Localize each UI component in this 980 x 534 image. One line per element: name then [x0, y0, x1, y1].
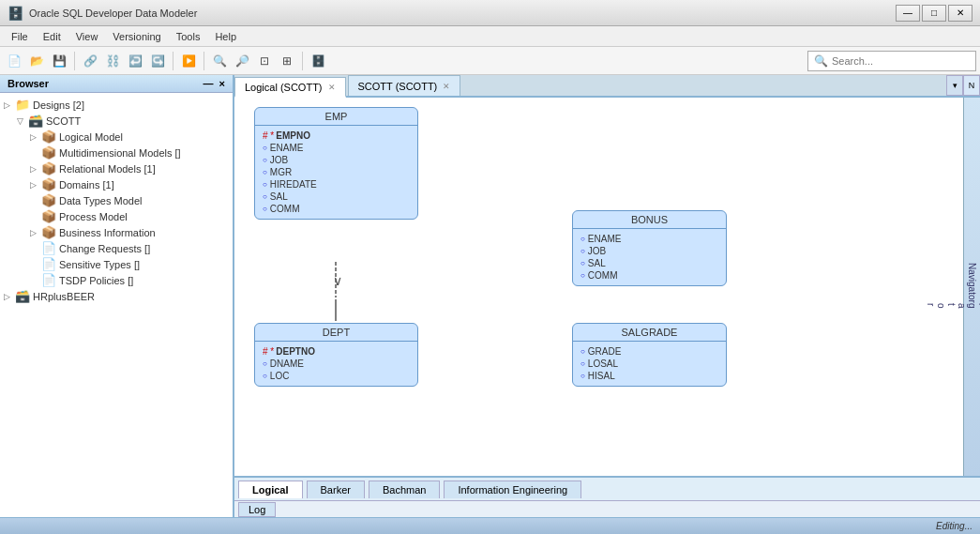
zoom-in-button[interactable]: 🔍: [209, 51, 230, 71]
separator-4: [302, 52, 303, 70]
tab-scroll-down[interactable]: ▾: [946, 75, 963, 96]
tree-toggle-logical-model[interactable]: ▷: [30, 132, 41, 142]
db-button[interactable]: 🗄️: [308, 51, 328, 71]
bottom-tab-bachman[interactable]: Bachman: [369, 481, 440, 498]
tree-item-domains[interactable]: ▷📦Domains [1]: [0, 176, 233, 192]
search-icon: 🔍: [814, 54, 828, 68]
menu-tools[interactable]: Tools: [169, 29, 208, 44]
bonus-ename-field: ○ ENAME: [580, 233, 718, 245]
bottom-tab-barker[interactable]: Barker: [307, 481, 365, 498]
emp-ename-field: ○ ENAME: [263, 142, 410, 154]
new-button[interactable]: 📄: [4, 51, 24, 71]
menu-versioning[interactable]: Versioning: [105, 29, 168, 44]
fit-button[interactable]: ⊡: [254, 51, 275, 71]
tab-scroll-controls: ▾ N: [946, 75, 980, 96]
menu-file[interactable]: File: [4, 29, 36, 44]
separator-3: [204, 52, 204, 70]
bonus-job-field: ○ JOB: [580, 245, 718, 257]
tree-item-process[interactable]: 📦Process Model: [0, 208, 233, 224]
emp-empno-field: # * EMPNO: [263, 130, 410, 142]
field-name: JOB: [588, 246, 606, 256]
tree-toggle-business-info[interactable]: ▷: [30, 228, 41, 237]
diagram-area[interactable]: EMP # * EMPNO ○ ENAME ○ JOB: [234, 98, 980, 476]
menu-view[interactable]: View: [68, 29, 106, 44]
bonus-entity-box[interactable]: BONUS ○ ENAME ○ JOB ○ SAL: [572, 210, 727, 286]
toolbar-btn-1[interactable]: 🔗: [80, 51, 100, 71]
toolbar-btn-2[interactable]: ⛓️: [102, 51, 123, 71]
tree-item-datatypes[interactable]: 📦Data Types Model: [0, 192, 233, 208]
field-dot: ○: [580, 347, 585, 356]
emp-entity-box[interactable]: EMP # * EMPNO ○ ENAME ○ JOB: [254, 107, 418, 220]
salgrade-entity-box[interactable]: SALGRADE ○ GRADE ○ LOSAL ○ HISAL: [572, 323, 727, 387]
svg-text:∨: ∨: [333, 273, 342, 288]
field-name: HIREDATE: [270, 179, 317, 190]
layout-button[interactable]: ⊞: [277, 51, 297, 71]
menu-help[interactable]: Help: [207, 29, 244, 44]
emp-fields: # * EMPNO ○ ENAME ○ JOB ○: [255, 126, 417, 219]
tree-toggle-relational[interactable]: ▷: [30, 164, 41, 174]
field-name: DNAME: [270, 359, 304, 369]
open-button[interactable]: 📂: [26, 51, 47, 71]
navigator-toggle[interactable]: N: [963, 75, 980, 96]
tree-label-process: Process Model: [59, 211, 128, 222]
pk-icon: # *: [263, 130, 274, 141]
main-area: Browser — × ▷📁Designs [2]▽🗃️SCOTT▷📦Logic…: [0, 75, 980, 517]
tab-scott-close[interactable]: ✕: [443, 82, 450, 91]
tree-toggle-domains[interactable]: ▷: [30, 180, 41, 190]
salgrade-title: SALGRADE: [573, 324, 726, 342]
tree-item-change-req[interactable]: 📄Change Requests []: [0, 240, 233, 256]
tab-logical-label: Logical (SCOTT): [245, 82, 323, 93]
dept-entity-box[interactable]: DEPT # * DEPTNO ○ DNAME ○ LOC: [254, 323, 418, 387]
tree-label-domains: Domains [1]: [59, 179, 114, 191]
toolbar-btn-4[interactable]: ↪️: [147, 51, 168, 71]
tree-item-business-info[interactable]: ▷📦Business Information: [0, 224, 233, 240]
tree-item-hrplusbeer[interactable]: ▷🗃️HRplusBEER: [0, 288, 233, 304]
navigator-panel[interactable]: Navigator Navigator: [963, 98, 980, 476]
minimize-button[interactable]: —: [896, 5, 920, 22]
field-name: HISAL: [588, 371, 615, 381]
tab-scott[interactable]: SCOTT (SCOTT) ✕: [348, 75, 461, 96]
maximize-button[interactable]: □: [922, 5, 946, 22]
tree-icon-logical-model: 📦: [41, 130, 56, 144]
bottom-tab-logical[interactable]: Logical: [238, 481, 303, 498]
tree-item-tsdp[interactable]: 📄TSDP Policies []: [0, 272, 233, 288]
toolbar-btn-3[interactable]: ↩️: [125, 51, 145, 71]
field-name: ENAME: [588, 234, 622, 244]
search-container: 🔍: [807, 51, 976, 71]
zoom-out-button[interactable]: 🔎: [232, 51, 252, 71]
menu-bar: File Edit View Versioning Tools Help: [0, 26, 980, 47]
tree-item-logical-model[interactable]: ▷📦Logical Model: [0, 129, 233, 145]
field-name: MGR: [270, 167, 292, 177]
bottom-tab-infoeng[interactable]: Information Engineering: [444, 481, 581, 498]
log-tab[interactable]: Log: [238, 502, 276, 517]
tree-item-scott[interactable]: ▽🗃️SCOTT: [0, 113, 233, 129]
window-controls: — □ ✕: [896, 5, 972, 22]
tree-toggle-scott[interactable]: ▽: [17, 116, 28, 126]
tree-item-relational[interactable]: ▷📦Relational Models [1]: [0, 160, 233, 176]
close-button[interactable]: ✕: [948, 5, 972, 22]
search-input[interactable]: [832, 55, 970, 67]
separator-1: [74, 52, 75, 70]
tab-logical-close[interactable]: ✕: [328, 83, 336, 92]
tree-item-designs[interactable]: ▷📁Designs [2]: [0, 97, 233, 113]
browser-title: Browser: [8, 78, 49, 89]
navigator-label: Navigator: [967, 263, 977, 303]
field-name: DEPTNO: [276, 346, 315, 357]
tab-logical[interactable]: Logical (SCOTT) ✕: [234, 77, 346, 98]
bonus-sal-field: ○ SAL: [580, 257, 718, 269]
tree-toggle-designs[interactable]: ▷: [4, 100, 15, 110]
run-button[interactable]: ▶️: [178, 51, 199, 71]
tree-item-multidim[interactable]: 📦Multidimensional Models []: [0, 145, 233, 160]
tree-item-sensitive[interactable]: 📄Sensitive Types []: [0, 256, 233, 272]
tree-icon-hrplusbeer: 🗃️: [15, 289, 30, 303]
pk-icon: # *: [263, 346, 274, 357]
field-name: EMPNO: [276, 130, 310, 141]
tree-label-hrplusbeer: HRplusBEER: [33, 291, 95, 302]
save-button[interactable]: 💾: [49, 51, 69, 71]
tree-toggle-hrplusbeer[interactable]: ▷: [4, 292, 15, 301]
tree-icon-domains: 📦: [41, 177, 56, 191]
field-dot: ○: [580, 247, 585, 255]
browser-close-btn[interactable]: ×: [219, 78, 225, 89]
menu-edit[interactable]: Edit: [36, 29, 68, 44]
browser-minimize-btn[interactable]: —: [204, 78, 214, 89]
